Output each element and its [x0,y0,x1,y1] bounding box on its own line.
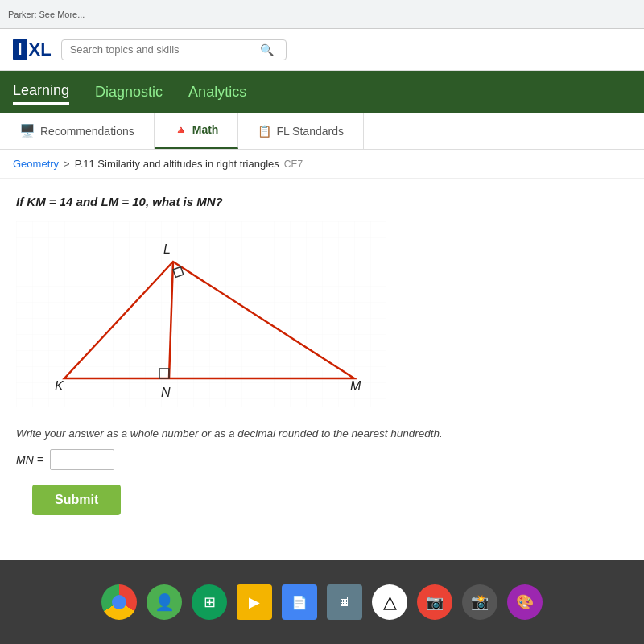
triangle-diagram: K L M N [16,221,628,407]
question-km: KM [27,195,45,208]
breadcrumb-lesson: P.11 Similarity and altitudes in right t… [75,158,279,170]
math-icon: 🔺 [174,123,188,136]
search-icon: 🔍 [260,43,274,56]
browser-bar: Parker: See More... [0,0,644,29]
tab-recommendations-label: Recommendations [40,125,134,138]
tab-math[interactable]: 🔺 Math [155,113,239,149]
vertex-l-label: L [163,242,171,256]
taskbar: 👤 ⊞ ▶ 📄 🖩 △ 📷 📸 🎨 [0,560,644,644]
taskbar-drive-icon[interactable]: △ [372,584,407,620]
taskbar-contacts-icon[interactable]: 👤 [147,584,182,620]
vertex-k-label: K [55,379,64,393]
vertex-n-label: N [161,386,171,399]
taskbar-calculator-icon[interactable]: 🖩 [327,584,362,620]
mn-answer-input[interactable] [50,449,114,470]
tab-math-label: Math [192,123,219,136]
breadcrumb: Geometry > P.11 Similarity and altitudes… [0,150,644,179]
question-mn: MN [196,195,215,208]
submit-button[interactable]: Submit [32,485,121,515]
question-text: If KM = 14 and LM = 10, what is MN? [16,195,628,208]
answer-instruction: Write your answer as a whole number or a… [16,427,628,440]
recommendations-icon: 🖥️ [19,123,35,138]
tab-recommendations[interactable]: 🖥️ Recommendations [0,113,155,149]
nav-item-analytics[interactable]: Analytics [188,80,246,104]
browser-bar-text: Parker: See More... [8,10,85,19]
question-suffix: ? [216,195,223,208]
triangle-svg: K L M N [16,221,386,407]
nav-item-learning[interactable]: Learning [13,79,69,105]
question-lm: LM [101,195,118,208]
vertex-m-label: M [350,379,361,393]
tabs-bar: 🖥️ Recommendations 🔺 Math 📋 FL Standards [0,113,644,150]
taskbar-camera-icon[interactable]: 📸 [462,584,497,620]
tab-fl-standards[interactable]: 📋 FL Standards [238,113,364,149]
search-bar-container: 🔍 [61,39,287,60]
question-prefix: If [16,195,27,208]
top-bar: I XL 🔍 [0,29,644,71]
nav-item-diagnostic[interactable]: Diagnostic [95,80,163,104]
answer-label: MN = [16,453,43,466]
answer-row: MN = [16,449,628,470]
ixl-logo-xl: XL [29,39,52,60]
answer-area: Write your answer as a whole number or a… [0,427,644,515]
question-area: If KM = 14 and LM = 10, what is MN? [0,179,644,427]
main-window: I XL 🔍 Learning Diagnostic Analytics 🖥️ … [0,29,644,560]
taskbar-docs-icon[interactable]: 📄 [282,584,317,620]
taskbar-slides-icon[interactable]: ▶ [237,584,272,620]
taskbar-chrome-icon[interactable] [101,584,137,620]
question-eq2: = 10, what is [118,195,196,208]
breadcrumb-code: CE7 [284,159,303,170]
nav-bar: Learning Diagnostic Analytics [0,71,644,113]
taskbar-sheets-icon[interactable]: ⊞ [192,584,227,620]
search-input[interactable] [70,43,255,56]
ixl-logo[interactable]: I XL [13,39,52,60]
fl-standards-icon: 📋 [258,125,271,138]
breadcrumb-separator: > [64,158,70,170]
taskbar-photos-icon[interactable]: 📷 [417,584,452,620]
breadcrumb-subject[interactable]: Geometry [13,158,59,170]
ixl-logo-box: I [13,39,27,60]
taskbar-art-icon[interactable]: 🎨 [507,584,543,620]
tab-fl-label: FL Standards [276,125,344,138]
question-eq1: = 14 and [46,195,101,208]
